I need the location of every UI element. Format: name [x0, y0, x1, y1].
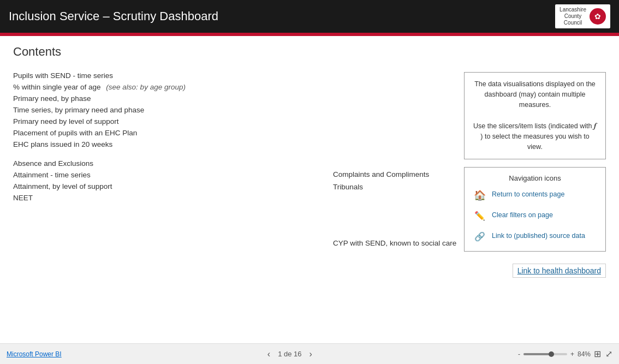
- list-item[interactable]: Pupils with SEND - time series: [13, 70, 322, 81]
- list-item[interactable]: Placement of pupils with an EHC Plan: [13, 127, 322, 139]
- contents-list: Pupils with SEND - time series % within …: [13, 70, 322, 204]
- middle-column: Complaints and Compliments Tribunals CYP…: [333, 70, 464, 343]
- list-item[interactable]: % within single year of age (see also: b…: [13, 81, 322, 93]
- list-item[interactable]: CYP with SEND, known to social care: [333, 237, 464, 249]
- zoom-slider[interactable]: [523, 353, 567, 355]
- health-link-area: Link to health dashboard: [464, 259, 606, 280]
- logo-rose-icon: ✿: [590, 8, 606, 25]
- list-item[interactable]: Time series, by primary need and phase: [13, 104, 322, 116]
- list-item[interactable]: Absence and Exclusions: [13, 158, 322, 169]
- zoom-plus[interactable]: +: [570, 350, 574, 358]
- zoom-fill: [523, 353, 550, 355]
- navigation-box: Navigation icons 🏠 Return to contents pa…: [464, 167, 606, 252]
- main-content: Contents Pupils with SEND - time series …: [0, 36, 619, 343]
- logo-text-line1: Lancashire: [560, 7, 586, 13]
- list-item[interactable]: EHC plans issued in 20 weeks: [13, 139, 322, 150]
- page-title: Contents: [13, 45, 606, 59]
- header-title: Inclusion Service – Scrutiny Dashboard: [9, 9, 218, 23]
- footer-icons: ⊞ ⤢: [594, 349, 612, 359]
- left-column: Pupils with SEND - time series % within …: [13, 70, 333, 343]
- zoom-minus[interactable]: -: [518, 350, 520, 358]
- prev-page-button[interactable]: ‹: [265, 348, 272, 360]
- list-item[interactable]: Primary need by level of support: [13, 116, 322, 127]
- list-item[interactable]: Complaints and Compliments: [333, 168, 464, 181]
- link-icon: 🔗: [472, 229, 487, 244]
- fullscreen-button[interactable]: ⤢: [605, 349, 612, 359]
- slicer-icon: 𝆑: [594, 121, 597, 130]
- zoom-controls: - + 84% ⊞ ⤢: [518, 349, 612, 359]
- nav-box-title: Navigation icons: [472, 174, 598, 182]
- fit-to-page-button[interactable]: ⊞: [594, 349, 601, 359]
- list-item[interactable]: Tribunals: [333, 181, 464, 193]
- page-indicator: 1 de 16: [278, 350, 301, 358]
- zoom-thumb: [549, 351, 554, 357]
- logo-text-line3: Council: [564, 20, 582, 26]
- health-dashboard-link[interactable]: Link to health dashboard: [513, 264, 606, 278]
- list-item[interactable]: Attainment, by level of support: [13, 181, 322, 192]
- next-page-button[interactable]: ›: [307, 348, 314, 360]
- nav-link-source[interactable]: 🔗 Link to (published) source data: [472, 229, 598, 244]
- nav-clear-filters[interactable]: ✏️ Clear filters on page: [472, 208, 598, 224]
- right-column: The data visualisations displayed on the…: [464, 70, 606, 343]
- home-icon: 🏠: [472, 188, 487, 203]
- header: Inclusion Service – Scrutiny Dashboard L…: [0, 0, 619, 33]
- clear-filters-label[interactable]: Clear filters on page: [492, 208, 553, 220]
- see-also-label: (see also: by age group): [106, 83, 186, 91]
- info-box: The data visualisations displayed on the…: [464, 72, 606, 159]
- list-item[interactable]: Attainment - time series: [13, 169, 322, 181]
- logo-box: Lancashire County Council ✿: [555, 4, 610, 28]
- list-item[interactable]: NEET: [13, 192, 322, 204]
- nav-return-to-contents[interactable]: 🏠 Return to contents page: [472, 188, 598, 203]
- page-navigation: ‹ 1 de 16 ›: [265, 348, 314, 360]
- powerbi-brand-link[interactable]: Microsoft Power BI: [7, 350, 62, 358]
- logo-text-line2: County: [564, 13, 582, 20]
- return-to-contents-label[interactable]: Return to contents page: [492, 188, 564, 200]
- info-text-1: The data visualisations displayed on the…: [472, 79, 598, 110]
- list-item[interactable]: Primary need, by phase: [13, 93, 322, 104]
- middle-list: Complaints and Compliments Tribunals CYP…: [333, 168, 464, 249]
- content-area: Pupils with SEND - time series % within …: [13, 70, 606, 343]
- link-source-label[interactable]: Link to (published) source data: [492, 229, 585, 241]
- info-text-2: Use the slicers/item lists (indicated wi…: [472, 120, 598, 152]
- zoom-level: 84%: [578, 350, 591, 358]
- list-gap: [13, 150, 322, 158]
- clear-filters-icon: ✏️: [472, 208, 487, 224]
- footer: Microsoft Power BI ‹ 1 de 16 › - + 84% ⊞…: [0, 343, 619, 364]
- list-gap: [333, 193, 464, 237]
